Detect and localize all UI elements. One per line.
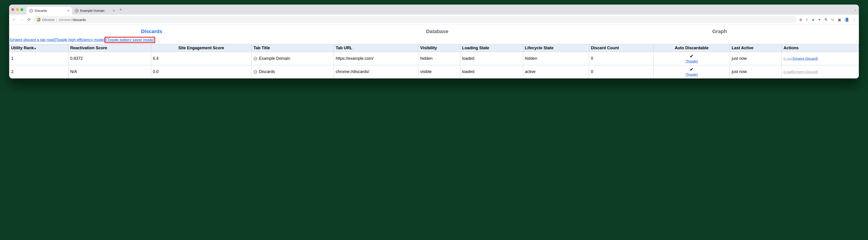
col-engagement[interactable]: Site Engagement Score — [151, 44, 252, 52]
bookmark-star-icon[interactable]: ★ — [811, 18, 815, 22]
cell-actions: [Load][Urgent Discard] — [782, 65, 859, 79]
page-content: Discards Database Graph [Urgent discard … — [9, 25, 859, 79]
cell-loading: loaded — [460, 65, 523, 79]
subtabs: Discards Database Graph — [9, 25, 859, 37]
urgent-discard-link[interactable]: [Urgent discard a tab now] — [9, 38, 55, 42]
cell-auto-discardable: ✔[Toggle] — [653, 52, 730, 65]
minimize-window-button[interactable] — [16, 8, 19, 11]
tab-discards[interactable]: Discards × — [26, 7, 72, 14]
col-loading[interactable]: Loading State — [460, 44, 523, 52]
tab-strip: Discards × Example Domain × + ⌄ — [9, 5, 859, 14]
omnibox-prefix: Chrome — [42, 18, 54, 22]
globe-icon — [253, 57, 257, 60]
extensions-icon[interactable]: ✦ — [818, 18, 821, 22]
col-lifecycle[interactable]: Lifecycle State — [523, 44, 589, 52]
subtab-discards[interactable]: Discards — [141, 29, 162, 34]
col-visibility[interactable]: Visibility — [418, 44, 460, 52]
toggle-auto-discard-link[interactable]: [Toggle] — [686, 72, 698, 77]
cell-tab-url: https://example.com/ — [334, 52, 418, 65]
globe-icon — [29, 9, 33, 12]
cell-discard-count: 0 — [589, 65, 654, 79]
close-window-button[interactable] — [11, 8, 14, 11]
cell-loading: loaded — [460, 52, 523, 65]
omnibox-url: chrome://discards — [59, 18, 86, 22]
sort-asc-icon: ▲ — [34, 47, 36, 50]
tab-title: Example Domain — [80, 9, 104, 12]
browser-window: Discards × Example Domain × + ⌄ ← → ⟳ Ch… — [9, 5, 859, 79]
cell-reactivation: N/A — [68, 65, 151, 79]
cell-engagement: 6.4 — [151, 52, 252, 65]
col-tab-url[interactable]: Tab URL — [334, 44, 418, 52]
subtab-graph[interactable]: Graph — [712, 29, 727, 34]
cell-tab-title: Discards — [252, 65, 334, 79]
reload-button[interactable]: ⟳ — [27, 17, 31, 22]
new-tab-button[interactable]: + — [119, 7, 122, 12]
labs-icon[interactable]: ⚗ — [824, 18, 827, 22]
toggle-battery-saver-link[interactable]: [Toggle battery saver mode] — [106, 38, 154, 42]
back-button[interactable]: ← — [12, 17, 16, 22]
chrome-icon — [37, 18, 40, 22]
col-last-active[interactable]: Last Active — [730, 44, 782, 52]
col-auto-disc[interactable]: Auto Discardable — [653, 44, 730, 52]
urgent-discard-row-link[interactable]: [Urgent Discard] — [793, 57, 817, 60]
cell-engagement: 0.0 — [151, 65, 252, 79]
toggle-high-efficiency-link[interactable]: [Toggle high efficiency mode] — [55, 38, 104, 42]
table-row: 2N/A0.0Discardschrome://discards/visible… — [9, 65, 859, 79]
maximize-window-button[interactable] — [21, 8, 23, 11]
highlight-box: [Toggle battery saver mode] — [104, 37, 155, 43]
window-controls — [11, 8, 23, 11]
cell-rank: 2 — [9, 65, 68, 79]
check-icon: ✔ — [656, 53, 728, 59]
zoom-icon[interactable]: ⊕ — [799, 18, 802, 22]
col-utility-rank[interactable]: Utility Rank▲ — [9, 44, 68, 52]
omnibox[interactable]: Chrome | chrome://discards — [33, 16, 797, 23]
tab-title: Discards — [35, 9, 47, 12]
discards-table: Utility Rank▲ Reactivation Score Site En… — [9, 44, 859, 79]
cell-lifecycle: active — [523, 65, 589, 79]
cell-visibility: visible — [418, 65, 460, 79]
tab-overflow-button[interactable]: ⌄ — [854, 8, 857, 11]
cell-actions: [Load][Urgent Discard] — [782, 52, 859, 65]
cell-tab-title: Example Domain — [252, 52, 334, 65]
action-links: [Urgent discard a tab now][Toggle high e… — [9, 37, 859, 44]
cell-last-active: just now — [730, 65, 782, 79]
cell-reactivation: 0.8372 — [68, 52, 151, 65]
tab-example-domain[interactable]: Example Domain × — [72, 7, 118, 14]
subtab-database[interactable]: Database — [426, 29, 448, 34]
toolbar: ← → ⟳ Chrome | chrome://discards ⊕ ⇧ ★ ✦… — [9, 14, 859, 25]
forward-button[interactable]: → — [20, 17, 24, 22]
menu-icon[interactable]: ⋮ — [852, 18, 856, 22]
cell-visibility: hidden — [418, 52, 460, 65]
col-discard-count[interactable]: Discard Count — [589, 44, 654, 52]
globe-icon — [253, 70, 257, 74]
table-row: 10.83726.4Example Domainhttps://example.… — [9, 52, 859, 65]
check-icon: ✔ — [656, 67, 728, 72]
cast-icon[interactable]: ⌥ — [830, 18, 835, 22]
globe-icon — [75, 9, 79, 12]
toggle-auto-discard-link[interactable]: [Toggle] — [686, 59, 698, 63]
col-reactivation[interactable]: Reactivation Score — [68, 44, 151, 52]
col-actions[interactable]: Actions — [782, 44, 859, 52]
sidepanel-icon[interactable]: ▣ — [838, 18, 841, 22]
cell-discard-count: 0 — [589, 52, 654, 65]
load-link[interactable]: [Load] — [784, 70, 793, 74]
cell-last-active: just now — [730, 52, 782, 65]
cell-tab-url: chrome://discards/ — [334, 65, 418, 79]
cell-lifecycle: hidden — [523, 52, 589, 65]
load-link[interactable]: [Load] — [784, 57, 793, 60]
cell-rank: 1 — [9, 52, 68, 65]
share-icon[interactable]: ⇧ — [805, 18, 808, 22]
cell-auto-discardable: ✔[Toggle] — [653, 65, 730, 79]
close-tab-icon[interactable]: × — [113, 9, 115, 13]
profile-avatar[interactable]: 👤 — [844, 17, 849, 22]
close-tab-icon[interactable]: × — [67, 9, 69, 13]
urgent-discard-row-link: [Urgent Discard] — [793, 70, 817, 74]
col-tab-title[interactable]: Tab Title — [252, 44, 334, 52]
